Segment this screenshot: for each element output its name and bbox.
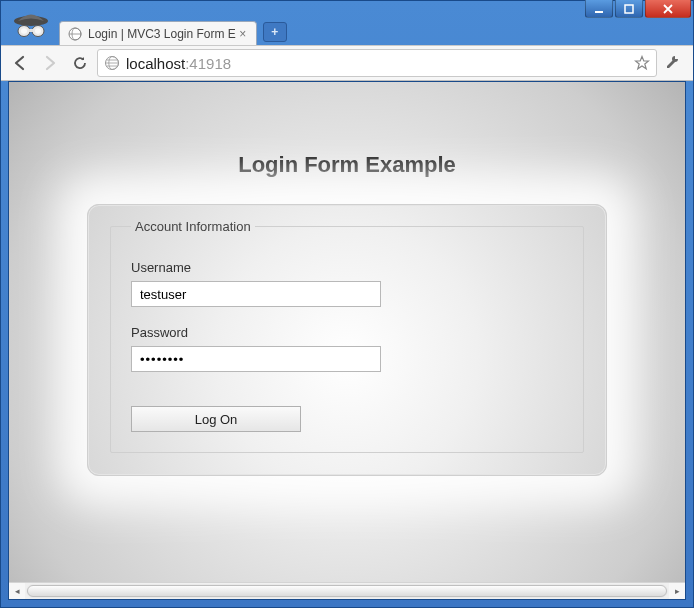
arrow-right-icon [41,54,59,72]
username-label: Username [131,260,563,275]
scroll-left-button[interactable]: ◂ [9,583,25,599]
plus-icon: + [271,25,278,39]
fieldset-legend: Account Information [131,219,255,234]
username-input[interactable] [131,281,381,307]
minimize-icon [594,4,604,14]
browser-window: Login | MVC3 Login Form E × + localhost:… [0,0,694,608]
reload-icon [72,55,88,71]
new-tab-button[interactable]: + [263,22,287,42]
tab-favicon-icon [68,27,82,41]
triangle-left-icon: ◂ [15,586,20,596]
address-bar[interactable]: localhost:41918 [97,49,657,77]
back-button[interactable] [7,50,33,76]
page-heading: Login Form Example [87,152,607,178]
url-text: localhost:41918 [126,55,628,72]
page-viewport: Login Form Example Account Information U… [9,82,685,582]
scrollbar-track[interactable] [26,584,668,598]
horizontal-scrollbar[interactable]: ◂ ▸ [9,582,685,599]
browser-toolbar: localhost:41918 [1,45,693,81]
login-panel: Account Information Username Password Lo… [87,204,607,476]
svg-point-7 [35,28,41,34]
maximize-icon [624,4,634,14]
forward-button[interactable] [37,50,63,76]
svg-point-6 [21,28,27,34]
window-close-button[interactable] [645,0,691,18]
triangle-right-icon: ▸ [675,586,680,596]
bookmark-star-button[interactable] [634,55,650,71]
reload-button[interactable] [67,50,93,76]
incognito-icon [7,9,55,45]
browser-tab[interactable]: Login | MVC3 Login Form E × [59,21,257,45]
wrench-icon [665,54,683,72]
window-maximize-button[interactable] [615,0,643,18]
scrollbar-thumb[interactable] [27,585,667,597]
svg-rect-5 [29,29,33,32]
window-titlebar [1,1,693,19]
log-on-label: Log On [195,412,238,427]
password-label: Password [131,325,563,340]
window-minimize-button[interactable] [585,0,613,18]
url-port: :41918 [185,55,231,72]
tab-strip: Login | MVC3 Login Form E × + [1,19,693,45]
page-content: Login Form Example Account Information U… [87,152,607,476]
password-input[interactable] [131,346,381,372]
tab-title: Login | MVC3 Login Form E [88,27,236,41]
log-on-button[interactable]: Log On [131,406,301,432]
svg-rect-0 [595,11,603,13]
content-viewport: Login Form Example Account Information U… [8,81,686,600]
svg-rect-1 [625,5,633,13]
url-host: localhost [126,55,185,72]
star-icon [634,55,650,71]
page: Login Form Example Account Information U… [9,82,685,582]
close-icon [662,4,674,14]
globe-icon [104,55,120,71]
account-fieldset: Account Information Username Password Lo… [110,219,584,453]
settings-button[interactable] [661,50,687,76]
tab-close-button[interactable]: × [236,27,250,41]
arrow-left-icon [11,54,29,72]
window-controls [585,0,691,18]
scroll-right-button[interactable]: ▸ [669,583,685,599]
